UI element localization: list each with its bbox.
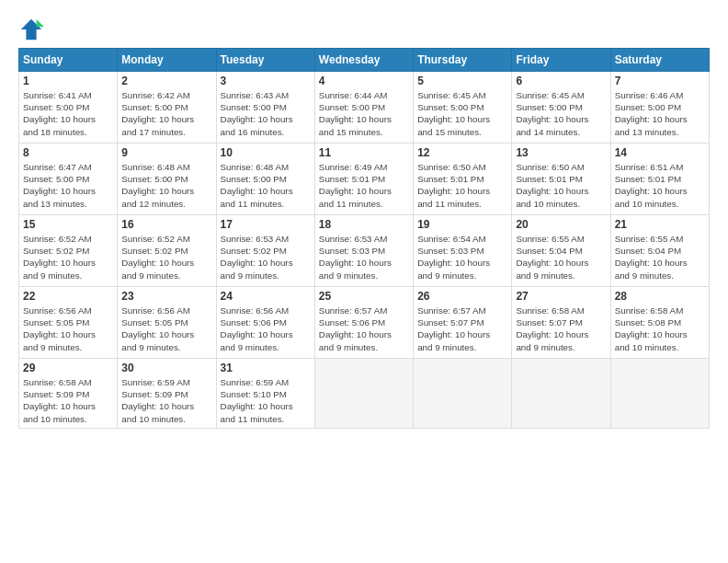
- day-info: Sunrise: 6:44 AM Sunset: 5:00 PM Dayligh…: [319, 89, 409, 138]
- day-number: 23: [121, 290, 211, 303]
- day-number: 9: [121, 146, 211, 159]
- day-info: Sunrise: 6:50 AM Sunset: 5:01 PM Dayligh…: [516, 161, 606, 210]
- day-number: 20: [516, 218, 606, 231]
- day-number: 2: [121, 75, 211, 87]
- day-cell: [314, 359, 413, 429]
- day-info: Sunrise: 6:58 AM Sunset: 5:08 PM Dayligh…: [615, 304, 705, 353]
- day-cell: 29Sunrise: 6:58 AM Sunset: 5:09 PM Dayli…: [19, 359, 118, 429]
- day-info: Sunrise: 6:49 AM Sunset: 5:01 PM Dayligh…: [319, 161, 409, 210]
- day-number: 4: [319, 75, 409, 87]
- day-cell: 13Sunrise: 6:50 AM Sunset: 5:01 PM Dayli…: [512, 144, 610, 215]
- day-cell: 2Sunrise: 6:42 AM Sunset: 5:00 PM Daylig…: [118, 72, 216, 144]
- day-number: 28: [615, 290, 705, 303]
- day-number: 30: [121, 362, 211, 374]
- day-cell: 28Sunrise: 6:58 AM Sunset: 5:08 PM Dayli…: [610, 287, 709, 359]
- header-saturday: Saturday: [610, 49, 709, 72]
- day-cell: 21Sunrise: 6:55 AM Sunset: 5:04 PM Dayli…: [610, 215, 709, 287]
- header-sunday: Sunday: [19, 49, 118, 72]
- day-info: Sunrise: 6:48 AM Sunset: 5:00 PM Dayligh…: [221, 161, 311, 210]
- day-number: 19: [417, 218, 507, 231]
- day-number: 21: [615, 218, 705, 231]
- day-number: 10: [221, 146, 311, 159]
- day-cell: 16Sunrise: 6:52 AM Sunset: 5:02 PM Dayli…: [118, 215, 216, 287]
- day-info: Sunrise: 6:52 AM Sunset: 5:02 PM Dayligh…: [23, 233, 113, 282]
- day-cell: 20Sunrise: 6:55 AM Sunset: 5:04 PM Dayli…: [512, 215, 610, 287]
- day-number: 1: [23, 75, 113, 87]
- day-number: 26: [417, 290, 507, 303]
- day-info: Sunrise: 6:54 AM Sunset: 5:03 PM Dayligh…: [417, 233, 507, 282]
- day-cell: 10Sunrise: 6:48 AM Sunset: 5:00 PM Dayli…: [216, 144, 314, 215]
- header-thursday: Thursday: [414, 49, 512, 72]
- day-info: Sunrise: 6:58 AM Sunset: 5:07 PM Dayligh…: [516, 304, 606, 353]
- day-cell: [414, 359, 512, 429]
- day-cell: 6Sunrise: 6:45 AM Sunset: 5:00 PM Daylig…: [512, 72, 610, 144]
- svg-marker-1: [37, 19, 44, 27]
- day-number: 5: [417, 75, 507, 87]
- day-number: 18: [319, 218, 409, 231]
- week-row-5: 29Sunrise: 6:58 AM Sunset: 5:09 PM Dayli…: [19, 359, 710, 429]
- day-cell: 11Sunrise: 6:49 AM Sunset: 5:01 PM Dayli…: [314, 144, 413, 215]
- day-number: 15: [23, 218, 113, 231]
- day-cell: 23Sunrise: 6:56 AM Sunset: 5:05 PM Dayli…: [118, 287, 216, 359]
- day-number: 17: [221, 218, 311, 231]
- day-info: Sunrise: 6:56 AM Sunset: 5:05 PM Dayligh…: [121, 304, 211, 353]
- day-cell: 26Sunrise: 6:57 AM Sunset: 5:07 PM Dayli…: [414, 287, 512, 359]
- day-info: Sunrise: 6:56 AM Sunset: 5:06 PM Dayligh…: [221, 304, 311, 353]
- day-cell: [610, 359, 709, 429]
- day-cell: 30Sunrise: 6:59 AM Sunset: 5:09 PM Dayli…: [118, 359, 216, 429]
- day-number: 8: [23, 146, 113, 159]
- day-number: 7: [615, 75, 705, 87]
- header-tuesday: Tuesday: [216, 49, 314, 72]
- day-info: Sunrise: 6:45 AM Sunset: 5:00 PM Dayligh…: [417, 89, 507, 138]
- day-cell: 4Sunrise: 6:44 AM Sunset: 5:00 PM Daylig…: [314, 72, 413, 144]
- header-monday: Monday: [118, 49, 216, 72]
- day-cell: [512, 359, 610, 429]
- day-number: 6: [516, 75, 606, 87]
- week-row-1: 1Sunrise: 6:41 AM Sunset: 5:00 PM Daylig…: [19, 72, 710, 144]
- day-number: 25: [319, 290, 409, 303]
- day-number: 11: [319, 146, 409, 159]
- day-info: Sunrise: 6:57 AM Sunset: 5:06 PM Dayligh…: [319, 304, 409, 353]
- page: SundayMondayTuesdayWednesdayThursdayFrid…: [0, 0, 728, 438]
- day-info: Sunrise: 6:42 AM Sunset: 5:00 PM Dayligh…: [121, 89, 211, 138]
- day-info: Sunrise: 6:50 AM Sunset: 5:01 PM Dayligh…: [417, 161, 507, 210]
- week-row-4: 22Sunrise: 6:56 AM Sunset: 5:05 PM Dayli…: [19, 287, 710, 359]
- day-cell: 15Sunrise: 6:52 AM Sunset: 5:02 PM Dayli…: [19, 215, 118, 287]
- day-info: Sunrise: 6:45 AM Sunset: 5:00 PM Dayligh…: [516, 89, 606, 138]
- day-cell: 5Sunrise: 6:45 AM Sunset: 5:00 PM Daylig…: [414, 72, 512, 144]
- header: [18, 17, 710, 42]
- day-cell: 27Sunrise: 6:58 AM Sunset: 5:07 PM Dayli…: [512, 287, 610, 359]
- day-cell: 17Sunrise: 6:53 AM Sunset: 5:02 PM Dayli…: [216, 215, 314, 287]
- day-info: Sunrise: 6:52 AM Sunset: 5:02 PM Dayligh…: [121, 233, 211, 282]
- day-number: 14: [615, 146, 705, 159]
- day-info: Sunrise: 6:55 AM Sunset: 5:04 PM Dayligh…: [516, 233, 606, 282]
- day-info: Sunrise: 6:41 AM Sunset: 5:00 PM Dayligh…: [23, 89, 113, 138]
- day-cell: 12Sunrise: 6:50 AM Sunset: 5:01 PM Dayli…: [414, 144, 512, 215]
- day-info: Sunrise: 6:55 AM Sunset: 5:04 PM Dayligh…: [615, 233, 705, 282]
- day-number: 31: [221, 362, 311, 374]
- day-number: 24: [221, 290, 311, 303]
- week-row-2: 8Sunrise: 6:47 AM Sunset: 5:00 PM Daylig…: [19, 144, 710, 215]
- day-number: 3: [221, 75, 311, 87]
- day-info: Sunrise: 6:43 AM Sunset: 5:00 PM Dayligh…: [221, 89, 311, 138]
- day-cell: 18Sunrise: 6:53 AM Sunset: 5:03 PM Dayli…: [314, 215, 413, 287]
- week-row-3: 15Sunrise: 6:52 AM Sunset: 5:02 PM Dayli…: [19, 215, 710, 287]
- calendar-header-row: SundayMondayTuesdayWednesdayThursdayFrid…: [19, 49, 710, 72]
- day-cell: 1Sunrise: 6:41 AM Sunset: 5:00 PM Daylig…: [19, 72, 118, 144]
- logo-icon: [18, 17, 44, 42]
- day-info: Sunrise: 6:51 AM Sunset: 5:01 PM Dayligh…: [615, 161, 705, 210]
- day-cell: 9Sunrise: 6:48 AM Sunset: 5:00 PM Daylig…: [118, 144, 216, 215]
- day-number: 12: [417, 146, 507, 159]
- day-info: Sunrise: 6:47 AM Sunset: 5:00 PM Dayligh…: [23, 161, 113, 210]
- day-cell: 14Sunrise: 6:51 AM Sunset: 5:01 PM Dayli…: [610, 144, 709, 215]
- day-info: Sunrise: 6:53 AM Sunset: 5:02 PM Dayligh…: [221, 233, 311, 282]
- day-number: 13: [516, 146, 606, 159]
- day-info: Sunrise: 6:53 AM Sunset: 5:03 PM Dayligh…: [319, 233, 409, 282]
- header-friday: Friday: [512, 49, 610, 72]
- day-cell: 7Sunrise: 6:46 AM Sunset: 5:00 PM Daylig…: [610, 72, 709, 144]
- day-number: 29: [23, 362, 113, 374]
- day-number: 22: [23, 290, 113, 303]
- day-cell: 25Sunrise: 6:57 AM Sunset: 5:06 PM Dayli…: [314, 287, 413, 359]
- day-cell: 22Sunrise: 6:56 AM Sunset: 5:05 PM Dayli…: [19, 287, 118, 359]
- day-info: Sunrise: 6:57 AM Sunset: 5:07 PM Dayligh…: [417, 304, 507, 353]
